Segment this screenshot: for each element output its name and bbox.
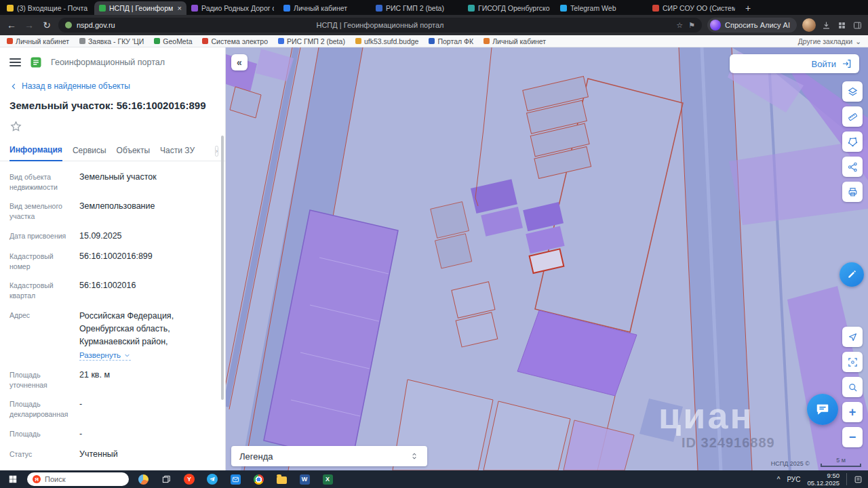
share-button[interactable] xyxy=(842,157,863,177)
taskbar-clock[interactable]: 9:50 05.12.2025 xyxy=(807,472,840,487)
extensions-icon[interactable] xyxy=(837,20,847,30)
telegram-button[interactable] xyxy=(203,471,221,487)
tray-expand-icon[interactable]: ^ xyxy=(777,476,781,483)
profile-avatar[interactable] xyxy=(802,18,816,32)
tab-title: НСПД | Геоинформа xyxy=(109,4,173,12)
tab-title: Telegram Web xyxy=(570,4,643,12)
word-button[interactable]: W xyxy=(296,471,313,487)
alice-button[interactable]: Спросить Алису AI xyxy=(707,18,797,33)
browser-tab-active[interactable]: НСПД | Геоинформа× xyxy=(94,1,186,15)
tab-title: СИР СОУ ОО (Система xyxy=(663,4,735,12)
back-icon[interactable]: ← xyxy=(5,20,18,30)
browser-tab[interactable]: Радио Родных Дорог с xyxy=(186,1,279,15)
browser-toolbar: ← → ↻ nspd.gov.ru НСПД | Геоинформационн… xyxy=(0,15,868,35)
file-explorer-button[interactable] xyxy=(273,471,290,487)
other-bookmarks-button[interactable]: Другие закладки⌄ xyxy=(798,37,861,45)
downloads-icon[interactable] xyxy=(821,20,831,30)
telegram-icon xyxy=(207,474,218,485)
cadastral-map[interactable]: циан ID 324916889 « Войти xyxy=(226,47,868,470)
tab-services[interactable]: Сервисы xyxy=(73,146,106,161)
language-indicator[interactable]: РУС xyxy=(787,476,800,483)
field-row: Площадь уточненная21 кв. м xyxy=(9,369,216,390)
browser-tab[interactable]: (3) Входящие - Почта M xyxy=(2,1,94,15)
tabs-overflow-button[interactable]: › xyxy=(215,146,218,157)
area-select-button[interactable] xyxy=(842,131,863,152)
excel-button[interactable]: X xyxy=(319,471,336,487)
locate-button[interactable] xyxy=(842,327,863,347)
bookmark-item[interactable]: Личный кабинет xyxy=(7,37,69,45)
field-row-address: Адрес Российская Федерация, Оренбургская… xyxy=(9,309,216,361)
collections-flag-icon[interactable]: ⚑ xyxy=(688,21,695,30)
reload-icon[interactable]: ↻ xyxy=(41,20,53,30)
bookmark-item[interactable]: Портал ФК xyxy=(429,37,473,45)
object-title: Земельный участок: 56:16:1002016:899 xyxy=(0,91,225,111)
notifications-icon[interactable] xyxy=(854,475,863,484)
chat-support-button[interactable] xyxy=(807,394,838,425)
chrome-button[interactable] xyxy=(250,471,267,487)
bookmark-favicon xyxy=(202,38,208,44)
task-view-button[interactable] xyxy=(157,471,175,487)
object-fields: Вид объекта недвижимостиЗемельный участо… xyxy=(0,161,225,470)
mail-app-button[interactable] xyxy=(226,471,244,487)
login-button[interactable]: Войти xyxy=(730,54,859,73)
date-text: 05.12.2025 xyxy=(807,479,840,487)
layers-button[interactable] xyxy=(842,81,863,102)
tab-objects[interactable]: Объекты xyxy=(117,146,151,161)
bookmark-item[interactable]: Заявка - ГКУ 'ЦИ xyxy=(79,37,144,45)
address-bar[interactable]: nspd.gov.ru НСПД | Геоинформационный пор… xyxy=(58,18,702,33)
search-area-button[interactable] xyxy=(842,377,863,397)
panel-scrollbar[interactable] xyxy=(221,136,224,400)
browser-tab[interactable]: СИР СОУ ОО (Система xyxy=(648,1,740,15)
zoom-in-button[interactable]: + xyxy=(842,402,863,422)
expand-address-link[interactable]: Развернуть xyxy=(79,351,131,361)
bookmark-favicon xyxy=(355,38,361,44)
mail-icon xyxy=(231,474,241,485)
collapse-panel-button[interactable]: « xyxy=(231,54,248,70)
back-link[interactable]: Назад в найденные объекты xyxy=(0,75,225,91)
bookmark-favicon xyxy=(79,38,85,44)
browser-tab[interactable]: Telegram Web xyxy=(555,1,648,15)
forward-icon[interactable]: → xyxy=(23,20,35,30)
screenshot-button[interactable] xyxy=(842,352,863,372)
measure-button[interactable] xyxy=(842,106,863,127)
bookmark-item[interactable]: Личный кабинет xyxy=(484,37,546,45)
widgets-button[interactable] xyxy=(134,471,152,487)
bookmark-favicon xyxy=(278,38,284,44)
browser-tab[interactable]: Личный кабинет xyxy=(279,1,371,15)
new-tab-button[interactable]: + xyxy=(740,1,756,15)
yandex-browser-button[interactable]: Y xyxy=(180,471,198,487)
nspd-favicon xyxy=(99,5,106,12)
start-button[interactable] xyxy=(4,471,22,487)
bookmark-item[interactable]: ufk53.sufd.budge xyxy=(355,37,419,45)
close-tab-icon[interactable]: × xyxy=(176,4,182,12)
browser-tab[interactable]: РИС ГМП 2 (beta) xyxy=(371,1,463,15)
bookmark-star-icon[interactable]: ☆ xyxy=(676,21,683,30)
print-button[interactable] xyxy=(842,182,863,202)
bookmark-item[interactable]: GeoMeta xyxy=(154,37,192,45)
system-tray: ^ РУС 9:50 05.12.2025 xyxy=(777,472,864,487)
legend-toggle[interactable]: Легенда xyxy=(231,446,427,466)
favorite-star-icon[interactable] xyxy=(9,120,22,133)
browser-tab[interactable]: ГИСОГД Оренбургско xyxy=(463,1,555,15)
sort-chevrons-icon xyxy=(410,451,419,461)
portal-title: Геоинформационный портал xyxy=(51,58,165,67)
tab-parts[interactable]: Части ЗУ xyxy=(160,146,195,161)
radio-favicon xyxy=(191,5,198,12)
menu-burger-icon[interactable] xyxy=(9,58,21,66)
bookmarks-bar: Личный кабинет Заявка - ГКУ 'ЦИ GeoMeta … xyxy=(0,35,868,47)
url-text: nspd.gov.ru xyxy=(77,21,115,29)
screen: (3) Входящие - Почта M НСПД | Геоинформа… xyxy=(0,0,868,488)
site-security-icon[interactable] xyxy=(65,22,72,28)
tab-information[interactable]: Информация xyxy=(9,145,62,161)
taskbar-search[interactable]: Я Поиск xyxy=(27,472,129,486)
bookmark-favicon xyxy=(429,38,435,44)
ruler-icon xyxy=(847,111,859,123)
bookmark-item[interactable]: Система электро xyxy=(202,37,268,45)
page-content: Геоинформационный портал Назад в найденн… xyxy=(0,47,868,470)
draw-button[interactable] xyxy=(840,262,864,287)
bookmark-item[interactable]: РИС ГМП 2 (beta) xyxy=(278,37,345,45)
zoom-out-button[interactable]: − xyxy=(842,427,863,447)
sidebar-toggle-icon[interactable] xyxy=(852,20,863,30)
field-row: Площадь- xyxy=(9,428,216,440)
map-canvas xyxy=(226,47,868,470)
